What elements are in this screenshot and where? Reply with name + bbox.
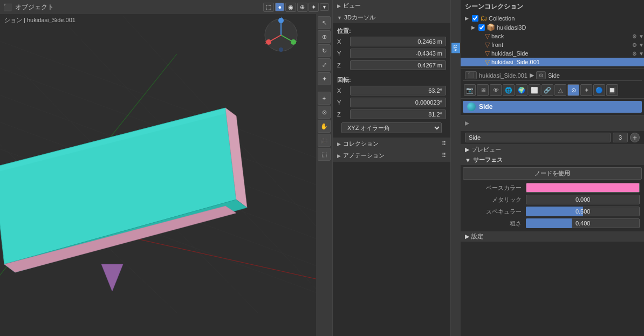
tab-scene[interactable]: 🌐 — [503, 84, 515, 96]
roughness-bar[interactable]: 0.400 — [526, 218, 640, 228]
base-color-row: ベースカラー — [461, 182, 644, 194]
base-color-swatch[interactable] — [526, 183, 640, 193]
checkbox-hukidasi3d[interactable] — [478, 24, 485, 31]
pos-z-input[interactable] — [350, 60, 446, 70]
preview-section-header[interactable]: ▶ プレビュー — [461, 145, 644, 155]
tool-hand[interactable]: ✋ — [318, 120, 331, 133]
ops-hukidasi-side: ⚙ ▼ — [632, 51, 644, 57]
arrow-hukidasi3d: ▶ — [471, 25, 477, 30]
tool-cursor[interactable]: ⊙ — [318, 106, 331, 119]
svg-point-30 — [279, 47, 283, 52]
tabs-row: 📷 🖥 👁 🌐 🌍 ⬜ 🔗 △ ⊙ ✦ 🔵 🔲 — [463, 83, 619, 97]
material-slot-field[interactable]: Side — [465, 133, 611, 142]
settings-label: 設定 — [471, 232, 483, 241]
tab-view[interactable]: 👁 — [490, 84, 502, 96]
annotation-arrow: ▶ — [337, 153, 341, 159]
view-arrow: ▶ — [337, 3, 341, 9]
settings-section-header[interactable]: ▶ 設定 — [461, 231, 644, 242]
tool-rotate[interactable]: ↻ — [318, 44, 331, 57]
tool-camera[interactable]: 🎥 — [318, 134, 331, 147]
rot-y-input[interactable] — [350, 98, 446, 107]
arrow-collection: ▶ — [465, 16, 470, 21]
tab-output[interactable]: 🖥 — [477, 84, 489, 96]
tab-object-data[interactable]: 🔲 — [606, 84, 618, 96]
name-back: back — [491, 33, 631, 39]
tool-transform[interactable]: ✦ — [318, 72, 331, 85]
rot-z-input[interactable] — [350, 109, 446, 119]
viewport-dropdown-btn[interactable]: ▼ — [320, 3, 329, 11]
viewport-overlay-btn[interactable]: ⊕ — [297, 3, 307, 12]
viewport-xray-btn[interactable]: ✦ — [309, 3, 319, 12]
tab-particles[interactable]: ✦ — [580, 84, 592, 96]
view-label: ビュー — [343, 2, 361, 10]
vr-label[interactable]: VR — [451, 43, 460, 53]
arrow-front: ▶ — [478, 42, 483, 47]
preview-triangle — [465, 121, 469, 126]
viewport-shading-solid[interactable]: ● — [275, 3, 284, 11]
icon-front: ▽ — [485, 41, 490, 49]
collection-drag: ⠿ — [442, 140, 446, 147]
props-icon-btn[interactable]: ⬛ — [465, 71, 477, 79]
surface-section-header[interactable]: ▼ サーフェス — [461, 155, 644, 165]
cursor-3d-header[interactable]: ▼ 3Dカーソル — [333, 12, 450, 23]
tool-scale[interactable]: ⤢ — [318, 58, 331, 71]
tool-select[interactable]: ↖ — [318, 16, 331, 29]
cursor-content: 位置: X Y Z 回転: X Y Z — [333, 23, 450, 138]
icon-collection: 🗂 — [480, 14, 487, 22]
metallic-bar[interactable]: 0.000 — [526, 195, 640, 204]
props-tabs: ⬛ hukidasi_Side.001 ▶ ⊙ Side 📷 🖥 👁 🌐 🌍 ⬜… — [461, 69, 644, 99]
props-breadcrumb-row: ⬛ hukidasi_Side.001 ▶ ⊙ Side — [463, 70, 642, 81]
collection-header[interactable]: ▶ コレクション ⠿ — [333, 138, 450, 149]
tab-render[interactable]: 📷 — [464, 84, 476, 96]
material-slot-num[interactable]: 3 — [613, 133, 628, 142]
viewport-shading-material[interactable]: ◉ — [285, 3, 296, 12]
properties-panel: ▶ ビュー ▼ 3Dカーソル 位置: X Y Z 回転: X — [332, 0, 451, 336]
specular-bar[interactable]: 0.500 — [526, 207, 640, 216]
tool-measure[interactable]: ⬚ — [318, 148, 331, 161]
node-use-button[interactable]: ノードを使用 — [463, 167, 642, 180]
euler-mode-select[interactable]: XYZ オイラー角 — [341, 122, 442, 133]
rot-z-label: Z — [337, 111, 348, 118]
tab-material[interactable]: ⊙ — [567, 84, 579, 96]
svg-text:X: X — [265, 40, 268, 45]
rot-x-input[interactable] — [350, 86, 446, 95]
material-sphere-icon — [467, 102, 476, 111]
tool-add[interactable]: + — [318, 92, 331, 105]
tab-physics[interactable]: 🔵 — [593, 84, 605, 96]
svg-text:Z: Z — [280, 16, 283, 20]
vr-sidebar: VR — [451, 0, 461, 336]
tab-data[interactable]: △ — [554, 84, 566, 96]
tab-object[interactable]: ⬜ — [529, 84, 540, 96]
tab-constraints[interactable]: 🔗 — [542, 84, 553, 96]
tab-world[interactable]: 🌍 — [516, 84, 527, 96]
props-mat-icon[interactable]: ⊙ — [536, 71, 546, 79]
tree-item-hukidasi-side-001[interactable]: ▶ ▽ hukidasi_Side.001 — [461, 58, 644, 66]
metallic-row: メタリック 0.000 — [461, 194, 644, 205]
pos-x-input[interactable] — [350, 37, 446, 46]
viewport-header: ⬛ オブジェクト ⬚ ● ◉ ⊕ ✦ ▼ — [0, 0, 332, 14]
material-add-btn[interactable]: + — [630, 133, 640, 142]
tree-item-hukidasi3d[interactable]: ▶ 📦 hukidasi3D — [461, 23, 644, 32]
viewport[interactable]: ⬛ オブジェクト ⬚ ● ◉ ⊕ ✦ ▼ ション | hukidasi_Side… — [0, 0, 332, 336]
tree-item-collection[interactable]: ▶ 🗂 Collection — [461, 13, 644, 23]
tree-item-back[interactable]: ▶ ▽ back ⚙ ▼ — [461, 32, 644, 40]
material-section: Side Side 3 + ▶ プレビュー ▼ サーフェス ノードを使用 ベー — [461, 99, 644, 336]
preview-label: プレビュー — [471, 146, 501, 154]
annotation-section: ▶ アノテーション ⠿ — [333, 150, 450, 162]
annotation-header[interactable]: ▶ アノテーション ⠿ — [333, 150, 450, 161]
tool-move[interactable]: ⊕ — [318, 30, 331, 43]
pos-y-input[interactable] — [350, 49, 446, 58]
view-header[interactable]: ▶ ビュー — [333, 0, 450, 11]
tree-item-hukidasi-side[interactable]: ▶ ▽ hukidasi_Side ⚙ ▼ — [461, 49, 644, 58]
icon-hukidasi3d: 📦 — [487, 23, 495, 31]
viewport-title: オブジェクト — [15, 3, 54, 12]
surface-label: サーフェス — [473, 156, 503, 164]
rot-z-row: Z — [333, 108, 450, 120]
checkbox-collection[interactable] — [472, 15, 478, 22]
name-hukidasi-side: hukidasi_Side — [491, 50, 631, 57]
viewport-mode-select[interactable]: ⬚ — [263, 3, 274, 12]
pos-y-row: Y — [333, 47, 450, 59]
tree-item-front[interactable]: ▶ ▽ front ⚙ ▼ — [461, 40, 644, 49]
rotation-label: 回転: — [333, 74, 450, 85]
scene-collection: シーンコレクション ▶ 🗂 Collection ▶ 📦 hukidasi3D … — [461, 0, 644, 69]
